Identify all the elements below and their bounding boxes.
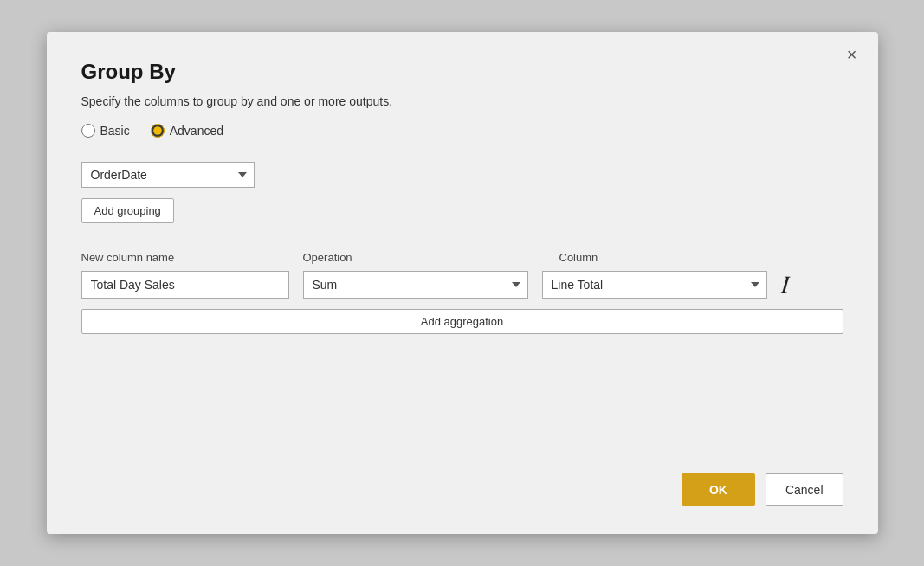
- column-label: Column: [559, 251, 802, 264]
- add-grouping-button[interactable]: Add grouping: [81, 198, 174, 223]
- aggregation-row: Sum Average Min Max Count Count Distinct…: [81, 271, 843, 299]
- advanced-radio-text: Advanced: [170, 124, 223, 138]
- dialog-title: Group By: [81, 60, 843, 84]
- new-column-name-label: New column name: [81, 251, 289, 264]
- basic-radio-label[interactable]: Basic: [81, 124, 130, 138]
- column-select[interactable]: Line Total OrderQty UnitPrice UnitPriceD…: [542, 271, 767, 299]
- ok-button[interactable]: OK: [682, 473, 755, 506]
- aggregation-section: New column name Operation Column Sum Ave…: [81, 251, 843, 334]
- advanced-radio[interactable]: [151, 124, 165, 138]
- grouping-dropdown-row: OrderDate Date SalesOrderID CustomerID: [81, 162, 843, 188]
- operation-label: Operation: [303, 251, 546, 264]
- operation-select[interactable]: Sum Average Min Max Count Count Distinct…: [303, 271, 528, 299]
- advanced-radio-label[interactable]: Advanced: [151, 124, 223, 138]
- mode-radio-group: Basic Advanced: [81, 124, 843, 138]
- add-aggregation-button[interactable]: Add aggregation: [81, 309, 843, 334]
- basic-radio-text: Basic: [100, 124, 130, 138]
- cancel-button[interactable]: Cancel: [766, 473, 843, 506]
- close-button[interactable]: ×: [840, 42, 864, 67]
- group-by-dialog: × Group By Specify the columns to group …: [47, 32, 878, 534]
- text-cursor-indicator: 𝐼: [781, 273, 789, 297]
- aggregation-header-row: New column name Operation Column: [81, 251, 843, 264]
- basic-radio[interactable]: [81, 124, 95, 138]
- grouping-column-select[interactable]: OrderDate Date SalesOrderID CustomerID: [81, 162, 255, 188]
- dialog-footer: OK Cancel: [81, 439, 843, 506]
- new-column-name-input[interactable]: [81, 271, 289, 299]
- dialog-subtitle: Specify the columns to group by and one …: [81, 94, 843, 108]
- grouping-section: OrderDate Date SalesOrderID CustomerID A…: [81, 162, 843, 223]
